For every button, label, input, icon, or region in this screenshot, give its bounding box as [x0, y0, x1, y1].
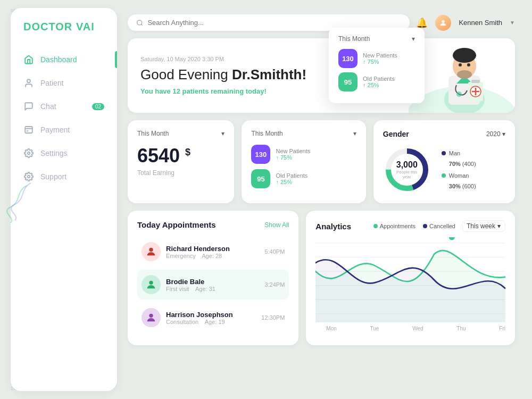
appointment-item-0: Richard Henderson Emergency Age: 28 5:40… [137, 237, 289, 267]
gender-legend: Man 70% (400) Woman 30% (600) [442, 150, 476, 189]
sidebar-item-payment[interactable]: Payment [11, 118, 117, 142]
earning-period: This Month [137, 130, 169, 137]
appointments-title: Today Appointments [137, 220, 216, 229]
greeting-text: Good Evening [140, 66, 228, 82]
welcome-card: Saturday, 10 May 2020 3:30 PM Good Eveni… [128, 38, 515, 113]
appt-avatar-1 [142, 275, 161, 294]
user-name[interactable]: Kennen Smith [459, 19, 502, 27]
search-icon [136, 19, 143, 27]
chart-highlight-point [449, 237, 455, 240]
new-patients-count: 130 [251, 145, 270, 164]
show-all-button[interactable]: Show All [264, 221, 289, 229]
old-patients-count: 95 [251, 169, 270, 188]
svg-point-27 [149, 248, 153, 252]
payment-icon [23, 124, 34, 135]
new-patients-stat: 130 New Patients ↑ 75% [338, 49, 415, 68]
sidebar: DOCTOR VAI Dashboard Patient Chat 02 [11, 8, 117, 391]
doctor-illustration [430, 44, 499, 113]
middle-row: This Month ▾ 6540 $ Total Earning This M… [128, 120, 515, 203]
old-patients-badge: 95 [338, 72, 358, 92]
sidebar-item-chat[interactable]: Chat 02 [11, 95, 117, 118]
svg-point-4 [28, 152, 30, 155]
appointments-dot [373, 224, 378, 228]
notification-bell-icon[interactable]: 🔔 [416, 17, 428, 29]
search-input[interactable] [147, 19, 401, 27]
settings-icon [23, 148, 34, 159]
home-icon [23, 54, 34, 65]
period-dropdown[interactable]: This week ▾ [462, 220, 505, 232]
chart-area [315, 237, 505, 322]
logo-part2: VAI [76, 21, 95, 32]
analytics-legend: Appointments Cancelled [373, 223, 455, 229]
new-patients-info: New Patients ↑ 75% [276, 148, 310, 161]
appt-avatar-0 [142, 242, 161, 261]
chat-icon [23, 101, 34, 112]
sidebar-item-settings[interactable]: Settings [11, 142, 117, 165]
analytics-title: Analytics [315, 222, 351, 231]
sidebar-label-support: Support [40, 172, 66, 181]
sidebar-item-patient[interactable]: Patient [11, 71, 117, 95]
welcome-section: This Month ▾ 130 New Patients ↑ 75% 95 O… [128, 38, 515, 113]
svg-line-7 [141, 24, 142, 25]
year-dropdown[interactable]: 2020 ▾ [486, 130, 505, 138]
cancelled-dot [423, 224, 427, 228]
sidebar-label-patient: Patient [40, 79, 64, 87]
chart-svg-container: Mon Tue Wed Thu Fri [315, 237, 505, 331]
old-patients-stat: 95 Old Patients ↑ 25% [338, 72, 415, 92]
sidebar-label-chat: Chat [40, 102, 56, 111]
appt-avatar-2 [142, 308, 161, 327]
chevron-down-icon[interactable]: ▾ [353, 130, 356, 137]
donut-center: 3,000 People this year [395, 160, 419, 179]
new-patients-badge: 130 [338, 49, 358, 68]
chat-badge: 02 [92, 103, 104, 110]
new-patients-row: 130 New Patients ↑ 75% [251, 145, 356, 164]
stats-popup: This Month ▾ 130 New Patients ↑ 75% 95 O… [329, 28, 425, 103]
svg-point-17 [467, 63, 470, 66]
woman-dot [442, 173, 446, 178]
svg-point-5 [28, 176, 30, 178]
sidebar-label-payment: Payment [40, 126, 70, 134]
appt-info-0: Richard Henderson Emergency Age: 28 [166, 245, 259, 259]
svg-point-28 [149, 281, 153, 285]
svg-rect-1 [25, 127, 32, 133]
svg-point-15 [457, 70, 472, 79]
donut-container: 3,000 People this year Man 70% (400) [383, 146, 505, 194]
legend-woman: Woman [442, 172, 476, 179]
sidebar-label-settings: Settings [40, 149, 68, 157]
analytics-card: Analytics Appointments Cancelled This we… [306, 211, 515, 345]
logo-part1: DOCTOR [23, 21, 72, 32]
svg-point-8 [442, 20, 445, 22]
earning-label: Total Earning [137, 169, 225, 177]
patients-period: This Month [251, 130, 282, 137]
header: 🔔 Kennen Smith ▼ [128, 14, 515, 31]
earning-amount: 6540 $ [137, 145, 225, 167]
gender-card: Gender 2020 ▾ [373, 120, 515, 203]
gender-card-header: Gender 2020 ▾ [383, 130, 505, 138]
appointments-header: Today Appointments Show All [137, 220, 289, 229]
patients-card-header: This Month ▾ [251, 130, 356, 137]
patients-card: This Month ▾ 130 New Patients ↑ 75% 95 O… [242, 120, 365, 203]
x-axis-labels: Mon Tue Wed Thu Fri [315, 322, 505, 331]
chart-container: 65 55 45 35 25 15 [315, 237, 505, 331]
patient-icon [23, 78, 34, 88]
new-patients-info: New Patients ↑ 75% [363, 52, 397, 65]
chevron-down-icon[interactable]: ▾ [221, 130, 225, 137]
header-right: 🔔 Kennen Smith ▼ [416, 15, 515, 31]
old-patients-info: Old Patients ↑ 25% [276, 172, 307, 185]
analytics-svg [315, 237, 505, 322]
chevron-down-icon: ▾ [412, 35, 415, 43]
svg-point-29 [149, 314, 153, 318]
bottom-row: Today Appointments Show All Richard Hend… [128, 211, 515, 345]
svg-point-6 [137, 20, 142, 24]
appt-info-1: Brodie Bale First visit Age: 31 [166, 278, 259, 292]
donut-chart: 3,000 People this year [383, 146, 431, 194]
svg-point-0 [27, 79, 30, 82]
appointments-card: Today Appointments Show All Richard Hend… [128, 211, 298, 345]
wave-decoration [5, 180, 32, 223]
main-content: 🔔 Kennen Smith ▼ This Month ▾ 130 New [117, 8, 521, 391]
earning-card: This Month ▾ 6540 $ Total Earning [128, 120, 234, 203]
old-patients-row: 95 Old Patients ↑ 25% [251, 169, 356, 188]
chevron-down-icon: ▾ [497, 222, 501, 230]
sidebar-item-dashboard[interactable]: Dashboard [11, 48, 117, 71]
stats-popup-header: This Month ▾ [338, 35, 415, 43]
